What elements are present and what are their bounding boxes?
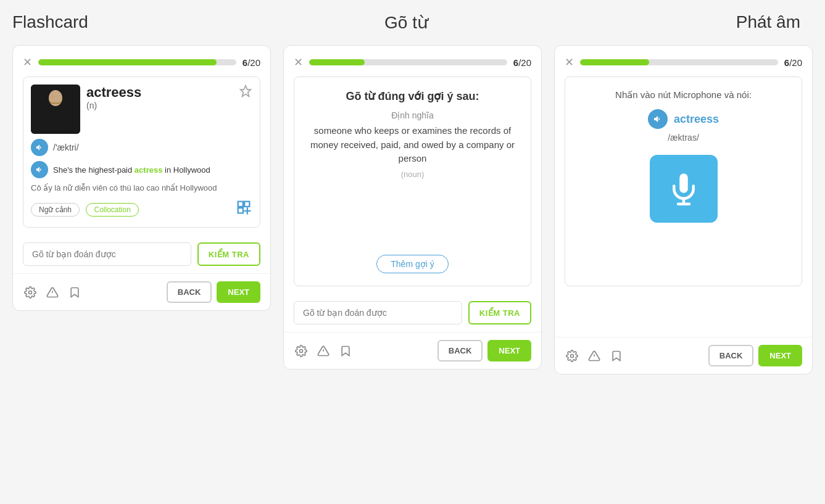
gotu-warning-icon[interactable] <box>316 344 331 358</box>
gotu-pos: (noun) <box>304 170 521 179</box>
svg-point-6 <box>300 349 303 352</box>
flashcard-progress-bar <box>38 59 236 65</box>
svg-point-3 <box>29 291 32 294</box>
gotu-next-btn[interactable]: NEXT <box>487 340 531 361</box>
phatam-bookmark-icon[interactable] <box>609 349 624 363</box>
svg-point-11 <box>571 354 574 357</box>
sound-btn-2[interactable] <box>31 161 48 178</box>
flashcard-flip-icon[interactable] <box>235 199 252 220</box>
flashcard-close-btn[interactable]: ✕ <box>23 56 32 69</box>
flashcard-next-btn[interactable]: NEXT <box>217 281 260 303</box>
phatam-settings-icon[interactable] <box>565 349 579 363</box>
phatam-back-btn[interactable]: BACK <box>708 345 754 366</box>
phatam-title: Phát âm <box>537 12 813 33</box>
flashcard-progress-fill <box>38 59 217 65</box>
highlight-word: actress <box>135 165 163 175</box>
svg-point-2 <box>50 95 55 99</box>
pin-icon[interactable] <box>239 85 252 101</box>
phatam-warning-icon[interactable] <box>587 349 602 363</box>
flashcard-check-btn[interactable]: KIỂM TRA <box>197 242 260 266</box>
sound-btn-1[interactable] <box>31 139 48 156</box>
phatam-ipa: /æktras/ <box>668 133 699 143</box>
gotu-guess-input[interactable] <box>294 301 462 324</box>
flashcard-panel: ✕ 6/20 <box>12 45 271 311</box>
gotu-card: Gõ từ đúng với gợi ý sau: Định nghĩa som… <box>294 76 531 286</box>
gotu-back-btn[interactable]: BACK <box>437 340 483 361</box>
warning-icon[interactable] <box>45 285 60 300</box>
phatam-next-btn[interactable]: NEXT <box>758 345 802 366</box>
collocation-tag[interactable]: Collocation <box>86 203 138 217</box>
gotu-settings-icon[interactable] <box>294 344 309 358</box>
example-sentence: She's the highest-paid actress in Hollyw… <box>53 165 210 175</box>
phatam-word: actreess <box>674 113 719 126</box>
flashcard-progress-text: 6/20 <box>243 57 260 68</box>
phatam-card: Nhấn vào nút Microphone và nói: actreess… <box>565 76 802 286</box>
flashcard-guess-input[interactable] <box>23 242 191 266</box>
phatam-panel: ✕ 6/20 Nhấn vào nút Microphone và nói: a… <box>554 45 813 374</box>
gotu-input-row: KIỂM TRA <box>284 294 541 332</box>
flashcard-card: actreess (n) /'æktri/ <box>23 76 260 228</box>
gotu-instruction: Gõ từ đúng với gợi ý sau: <box>304 89 521 103</box>
flashcard-footer: BACK NEXT <box>13 273 270 310</box>
phatam-progress-fill <box>580 59 649 65</box>
gotu-def-label: Định nghĩa <box>304 110 521 120</box>
flashcard-input-row: KIỂM TRA <box>13 235 270 273</box>
gotu-progress-bar <box>309 59 507 65</box>
ngu-canh-tag[interactable]: Ngữ cảnh <box>31 203 80 217</box>
flashcard-title: Flashcard <box>12 12 275 33</box>
gotu-footer: BACK NEXT <box>284 332 541 369</box>
phatam-footer: BACK NEXT <box>555 337 812 374</box>
phatam-progress-text: 6/20 <box>784 57 802 68</box>
microphone-btn[interactable] <box>650 155 718 223</box>
phatam-sound-btn[interactable] <box>648 109 668 129</box>
word-image <box>31 85 80 134</box>
word-title: actreess <box>86 85 233 101</box>
pronunciation-text: /'æktri/ <box>53 143 79 152</box>
gotu-close-btn[interactable]: ✕ <box>294 56 303 69</box>
gotu-title: Gõ từ <box>275 12 538 33</box>
gotu-bookmark-icon[interactable] <box>338 344 353 358</box>
phatam-close-btn[interactable]: ✕ <box>565 56 574 69</box>
translation-text: Cô ấy là nữ diễn viên có thù lao cao nhấ… <box>31 183 252 192</box>
phatam-progress-bar <box>580 59 778 65</box>
gotu-progress-text: 6/20 <box>513 57 531 68</box>
them-goi-y-btn[interactable]: Thêm gợi ý <box>376 255 448 273</box>
gotu-panel: ✕ 6/20 Gõ từ đúng với gợi ý sau: Định ng… <box>283 45 542 370</box>
phatam-instruction: Nhấn vào nút Microphone và nói: <box>615 89 752 101</box>
word-pos: (n) <box>86 101 233 110</box>
bookmark-icon[interactable] <box>67 285 82 300</box>
gotu-progress-fill <box>309 59 365 65</box>
settings-icon[interactable] <box>23 285 38 300</box>
gotu-check-btn[interactable]: KIỂM TRA <box>468 301 531 324</box>
gotu-definition: someone who keeps or examines the record… <box>304 124 521 166</box>
flashcard-back-btn[interactable]: BACK <box>167 281 212 303</box>
